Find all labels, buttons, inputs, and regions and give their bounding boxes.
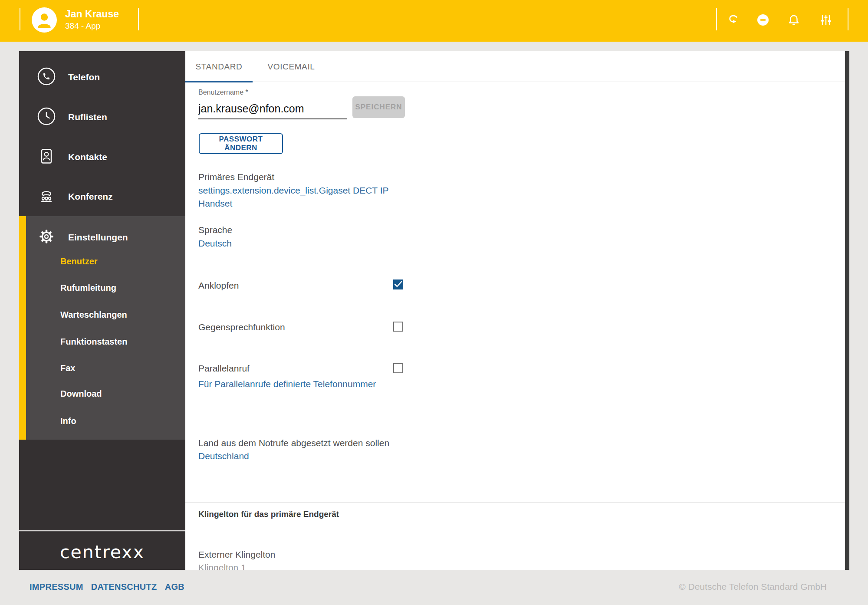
sidebar-subitem-funktionstasten[interactable]: Funktionstasten: [60, 335, 127, 348]
sidebar-item-label: Konferenz: [68, 191, 113, 202]
contacts-icon: [37, 147, 56, 168]
active-section-bar: [19, 216, 26, 440]
primary-device-label: Primäres Endgerät: [198, 171, 274, 184]
primary-device-link[interactable]: settings.extension.device_list.Gigaset D…: [198, 184, 424, 210]
sidebar-item-kontakte[interactable]: Kontakte: [37, 148, 107, 167]
sidebar-subitem-benutzer[interactable]: Benutzer: [60, 255, 98, 267]
sidebar-item-einstellungen[interactable]: Einstellungen: [37, 228, 128, 247]
tab-bar: STANDARD VOICEMAIL: [185, 51, 845, 82]
language-label: Sprache: [198, 224, 232, 237]
emergency-country-link[interactable]: Deutschland: [198, 450, 249, 463]
check-icon: [394, 281, 402, 288]
clock-icon: [37, 107, 56, 128]
sidebar-item-label: Kontakte: [68, 152, 107, 162]
sidebar-item-konferenz[interactable]: Konferenz: [37, 187, 113, 206]
username-input[interactable]: jan.krause@nfon.com: [198, 102, 304, 115]
tab-voicemail[interactable]: VOICEMAIL: [253, 51, 330, 82]
tune-icon[interactable]: [819, 13, 833, 27]
top-bar: Jan Krause 384 - App: [0, 0, 868, 42]
header-divider: [848, 8, 848, 30]
sidebar-item-ruflisten[interactable]: Ruflisten: [37, 108, 107, 127]
app-window: Jan Krause 384 - App: [0, 0, 868, 605]
copyright-text: © Deutsche Telefon Standard GmbH: [679, 582, 827, 592]
person-icon: [32, 7, 57, 33]
notifications-icon[interactable]: [786, 13, 801, 27]
footer-link-agb[interactable]: AGB: [165, 582, 184, 592]
header-divider: [716, 8, 717, 30]
call-waiting-label: Anklopfen: [198, 279, 239, 292]
conference-icon: [37, 186, 56, 207]
sidebar-item-label: Telefon: [68, 72, 100, 82]
call-waiting-checkbox[interactable]: [393, 279, 403, 289]
external-ringtone-value[interactable]: Klingelton 1: [198, 561, 246, 570]
footer-link-datenschutz[interactable]: DATENSCHUTZ: [91, 582, 157, 592]
sidebar-settings-section: [19, 216, 185, 440]
gear-icon: [37, 227, 56, 248]
sidebar-lower: [19, 440, 185, 530]
sidebar-subitem-download[interactable]: Download: [60, 388, 102, 400]
tab-standard[interactable]: STANDARD: [185, 51, 253, 82]
sidebar-subitem-rufumleitung[interactable]: Rufumleitung: [60, 282, 116, 294]
content-panel: STANDARD VOICEMAIL Benutzername * jan.kr…: [185, 51, 845, 570]
sidebar-logo-block: centrexx: [19, 531, 185, 570]
emergency-country-label: Land aus dem Notrufe abgesetzt werden so…: [198, 437, 389, 450]
save-button[interactable]: SPEICHERN: [352, 96, 405, 118]
username-input-underline: [198, 118, 347, 119]
footer-links: IMPRESSUM DATENSCHUTZ AGB: [30, 582, 184, 592]
footer-link-impressum[interactable]: IMPRESSUM: [30, 582, 83, 592]
sidebar-item-label: Ruflisten: [68, 112, 107, 122]
external-ringtone-label: Externer Klingelton: [198, 548, 275, 561]
redirect-icon[interactable]: [725, 13, 740, 27]
centrexx-logo: centrexx: [19, 542, 185, 562]
intercom-label: Gegensprechfunktion: [198, 321, 285, 334]
vertical-scrollbar[interactable]: [845, 51, 849, 570]
active-tab-indicator: [185, 81, 253, 82]
parallel-call-link[interactable]: Für Parallelanrufe definierte Telefonnum…: [198, 378, 376, 391]
do-not-disturb-icon[interactable]: [756, 13, 770, 27]
user-name: Jan Krause: [65, 7, 119, 20]
section-divider: [185, 502, 845, 503]
intercom-checkbox[interactable]: [393, 322, 403, 332]
parallel-call-checkbox[interactable]: [393, 363, 403, 373]
user-extension: 384 - App: [65, 20, 100, 32]
language-link[interactable]: Deutsch: [198, 237, 232, 250]
parallel-call-label: Parallelanruf: [198, 362, 250, 375]
sidebar-item-label: Einstellungen: [68, 232, 128, 243]
sidebar-subitem-warteschlangen[interactable]: Warteschlangen: [60, 309, 127, 321]
phone-icon: [37, 67, 56, 88]
sidebar-item-telefon[interactable]: Telefon: [37, 68, 100, 87]
sidebar-subitem-fax[interactable]: Fax: [60, 362, 75, 374]
ringtone-section-title: Klingelton für das primäre Endgerät: [198, 509, 339, 520]
header-divider: [138, 8, 139, 30]
change-password-button[interactable]: PASSWORT ÄNDERN: [199, 133, 283, 154]
username-label: Benutzername *: [198, 89, 248, 96]
sidebar-subitem-info[interactable]: Info: [60, 415, 76, 427]
header-divider: [20, 8, 20, 30]
avatar[interactable]: [32, 7, 57, 33]
